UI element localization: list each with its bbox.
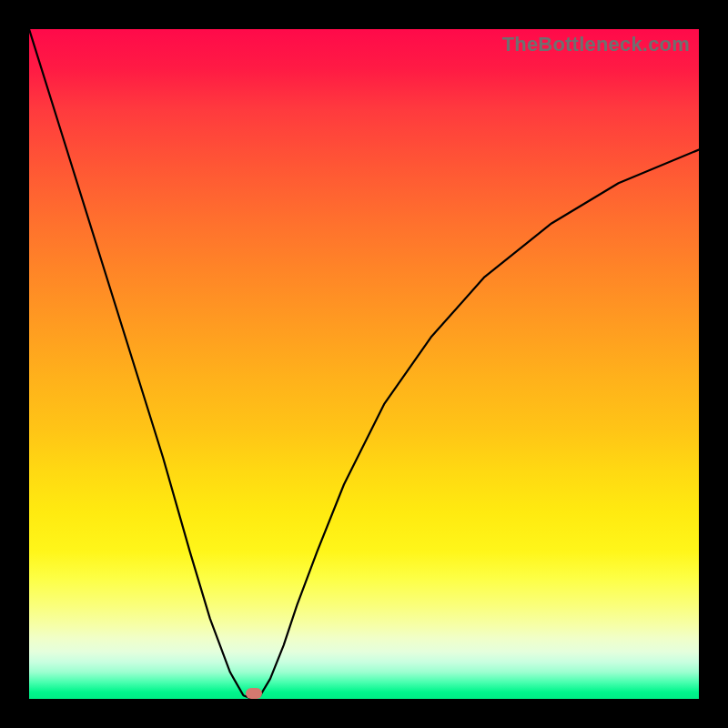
optimum-marker [246,688,262,699]
curve-svg [29,29,699,699]
bottleneck-curve-path [29,29,699,699]
chart-frame: TheBottleneck.com [0,0,728,728]
plot-area: TheBottleneck.com [29,29,699,699]
